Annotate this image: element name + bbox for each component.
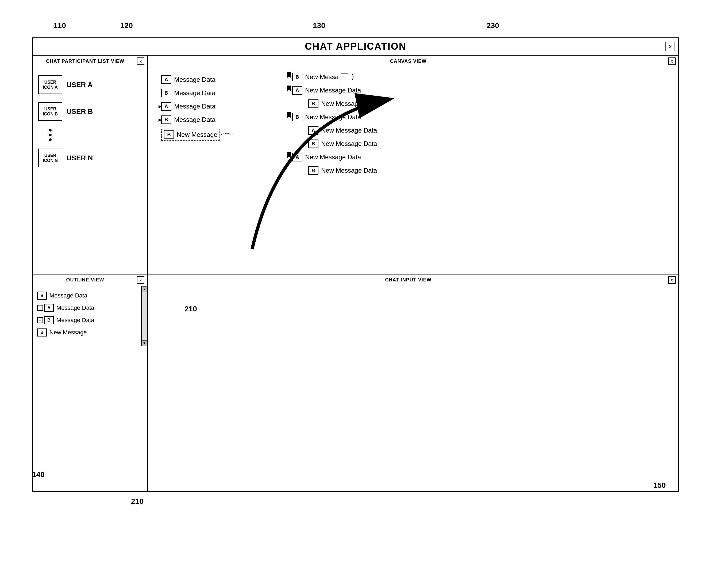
participant-item-b: USERICON B USER B [38, 102, 142, 121]
canvas-text-2: Message Data [174, 89, 215, 97]
canvas-rmsg-2: A New Message Data [292, 86, 670, 94]
dot-1 [49, 129, 52, 131]
canvas-rmsg-7: A New Message Data [292, 153, 670, 162]
canvas-text-5: New Message [177, 131, 218, 139]
canvas-msg-4: ► B Message Data [161, 115, 271, 124]
chat-input-title-bar: CHAT INPUT VIEW x [148, 274, 678, 286]
canvas-ricon-2-wrap: A [292, 86, 302, 94]
dots-container [38, 129, 142, 143]
dashed-tail [221, 132, 232, 138]
canvas-ricon-7: A [292, 153, 302, 162]
tag-arrow [348, 73, 353, 82]
chat-input-close[interactable]: x [668, 276, 676, 284]
outline-text-3: Message Data [56, 317, 95, 324]
outline-text-1: Message Data [49, 292, 87, 299]
outline-close[interactable]: x [137, 276, 144, 284]
scroll-up-btn[interactable]: ▲ [141, 286, 147, 292]
participant-item-a: USERICON A USER A [38, 76, 142, 94]
dot-2 [49, 134, 52, 136]
canvas-msg-1: A Message Data [161, 76, 271, 84]
ref-210-bottom: 210 [131, 497, 144, 506]
participant-list-content: USERICON A USER A USERICON B USER B [33, 67, 147, 183]
inner-layout: CHAT PARTICIPANT LIST VIEW x USERICON A … [33, 56, 678, 492]
ref-120: 120 [120, 21, 133, 30]
canvas-ricon-1: B [292, 73, 302, 81]
canvas-text-1: Message Data [174, 76, 215, 83]
user-name-a: USER A [66, 81, 92, 89]
ref-110: 110 [54, 21, 66, 30]
canvas-title: CANVAS VIEW [150, 59, 666, 64]
user-icon-n-label: USERICON N [43, 153, 58, 163]
new-msg-icon: B [164, 130, 174, 139]
outline-title: OUTLINE VIEW [36, 277, 135, 283]
outline-icon-4: B [37, 329, 47, 336]
canvas-text-4: Message Data [174, 116, 215, 124]
bookmark-icon-4 [286, 112, 292, 120]
canvas-rtext-2: New Message Data [305, 87, 361, 94]
canvas-right-messages: B New Messa [276, 67, 678, 274]
outline-scrollbar[interactable]: ▲ ▼ [141, 286, 147, 346]
participant-list-title: CHAT PARTICIPANT LIST VIEW [36, 59, 135, 64]
canvas-icon-4: ► B [161, 115, 171, 124]
canvas-msg-2: B Message Data [161, 89, 271, 97]
canvas-rmsg-5: A New Message Data [308, 126, 670, 135]
outline-text-2: Message Data [56, 304, 95, 311]
participant-list-close[interactable]: x [137, 58, 144, 65]
ref-150: 150 [653, 481, 666, 490]
new-message-dashed-box: B New Message [161, 129, 220, 141]
canvas-icon-2: B [161, 89, 171, 97]
tag-shape [341, 73, 349, 81]
dot-3 [49, 139, 52, 141]
outline-item-3: + B Message Data [37, 316, 143, 324]
canvas-rmsg-1: B New Messa [292, 73, 670, 81]
canvas-panel: CANVAS VIEW x A Message Data [148, 56, 678, 274]
canvas-close[interactable]: x [668, 58, 676, 65]
canvas-title-bar: CANVAS VIEW x [148, 56, 678, 67]
main-close-button[interactable]: x [665, 42, 675, 51]
svg-marker-5 [287, 152, 291, 158]
canvas-ricon-4: B [292, 113, 302, 121]
user-icon-b-label: USERICON B [43, 106, 58, 117]
chat-input-title: CHAT INPUT VIEW [150, 277, 666, 283]
outline-content: B Message Data + A Message Data + B [33, 286, 147, 346]
canvas-rmsg-3: B New Message Data [308, 100, 670, 108]
tag-text [344, 74, 345, 80]
canvas-ricon-6: B [308, 140, 318, 148]
canvas-ricon-8: B [308, 166, 318, 175]
scroll-track [142, 292, 147, 340]
canvas-msg-5: B New Message [161, 129, 271, 141]
canvas-rtext-4: New Message Data [305, 113, 361, 121]
canvas-rtext-7: New Message Data [305, 153, 361, 161]
user-icon-a: USERICON A [38, 76, 62, 94]
outline-icon-3: B [44, 316, 54, 324]
canvas-msg-3: ► A Message Data [161, 102, 271, 111]
outline-icon-1: B [37, 292, 47, 300]
participant-item-n: USERICON N USER N [38, 149, 142, 167]
main-window: CHAT APPLICATION x CHAT PARTICIPANT LIST… [32, 37, 679, 492]
ref-140: 140 [32, 470, 45, 479]
canvas-ricon-2: A [292, 86, 302, 94]
outline-item-4: B New Message [37, 329, 143, 336]
participant-list-title-bar: CHAT PARTICIPANT LIST VIEW x [33, 56, 147, 67]
canvas-ricon-1-wrap: B [292, 73, 302, 81]
canvas-rtext-8: New Message Data [321, 167, 377, 174]
user-icon-a-label: USERICON A [43, 80, 58, 90]
user-icon-n: USERICON N [38, 149, 62, 167]
diagram-container: 110 120 130 230 CHAT APPLICATION x CHAT … [32, 21, 687, 543]
scroll-down-btn[interactable]: ▼ [141, 340, 147, 346]
bookmark-icon-7 [286, 152, 292, 160]
canvas-left-messages: A Message Data B Message Data [148, 67, 276, 274]
right-panel: CANVAS VIEW x A Message Data [148, 56, 678, 492]
ref-130: 130 [313, 21, 325, 30]
canvas-text-3: Message Data [174, 103, 215, 110]
canvas-ricon-5: A [308, 126, 318, 135]
outline-plus-2: + [37, 305, 43, 311]
canvas-rmsg-6: B New Message Data [308, 140, 670, 148]
outline-title-bar: OUTLINE VIEW x [33, 274, 147, 286]
user-icon-b: USERICON B [38, 102, 62, 121]
participant-list-panel: CHAT PARTICIPANT LIST VIEW x USERICON A … [33, 56, 147, 274]
svg-marker-1 [287, 72, 291, 78]
canvas-rtext-5: New Message Data [321, 127, 377, 134]
outline-item-2: + A Message Data [37, 304, 143, 312]
outline-plus-3: + [37, 317, 43, 323]
